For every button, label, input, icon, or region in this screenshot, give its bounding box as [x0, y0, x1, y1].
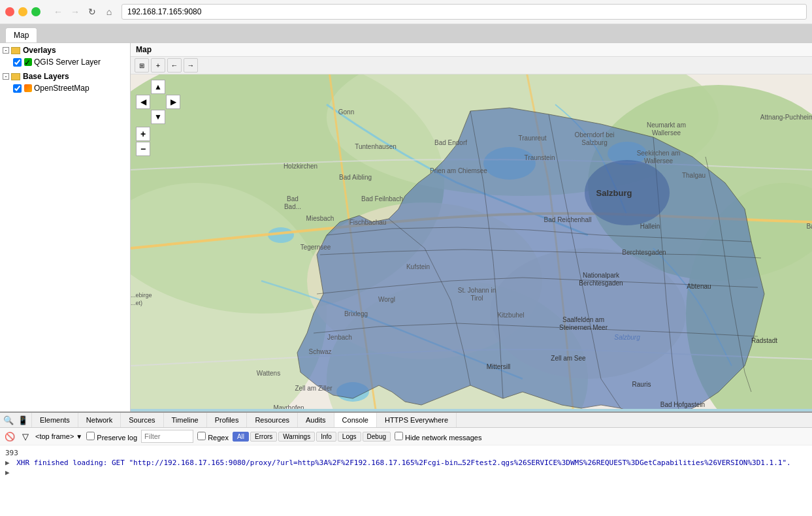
forward-button[interactable]: →	[68, 5, 82, 19]
svg-text:Bad...: Bad...	[284, 203, 301, 210]
main-content: - Overlays ✓ QGIS Server Layer - Base La…	[0, 43, 812, 411]
qgis-layer-label: QGIS Server Layer	[34, 57, 101, 67]
svg-text:Kitzbuhel: Kitzbuhel	[497, 312, 524, 319]
svg-text:Seekirchen am: Seekirchen am	[637, 150, 681, 157]
tab-profiles[interactable]: Profiles	[207, 413, 248, 427]
overlays-group[interactable]: - Overlays	[0, 44, 130, 56]
svg-text:...et): ...et)	[131, 300, 142, 306]
minimize-button[interactable]	[18, 7, 27, 16]
add-tool-button[interactable]: +	[151, 58, 165, 73]
svg-text:Salzburg: Salzburg	[581, 139, 607, 146]
svg-text:Tirol: Tirol	[470, 295, 483, 302]
clear-console-button[interactable]: 🚫	[4, 430, 16, 442]
filter-toggle-button[interactable]: ▽	[20, 430, 31, 442]
base-layers-group[interactable]: - Base Layers	[0, 71, 130, 82]
svg-text:Nationalpark: Nationalpark	[583, 272, 620, 279]
osm-icon	[24, 84, 32, 92]
inspect-element-button[interactable]: 📱	[17, 414, 29, 426]
svg-text:Berchtesgaden: Berchtesgaden	[579, 280, 623, 287]
filter-logs-button[interactable]: Logs	[338, 432, 361, 442]
zoom-out-button[interactable]: −	[136, 142, 150, 156]
pan-down-button[interactable]: ▼	[151, 110, 165, 124]
tab-network[interactable]: Network	[78, 413, 121, 427]
svg-text:Salzburg: Salzburg	[614, 334, 640, 341]
tab-console[interactable]: Console	[334, 413, 377, 428]
tab-timeline[interactable]: Timeline	[164, 413, 207, 427]
search-devtools-button[interactable]: 🔍	[3, 414, 14, 426]
base-folder-icon	[11, 73, 20, 80]
svg-text:Schwaz: Schwaz	[308, 348, 331, 355]
log-line-xhr: ▶ XHR finished loading: GET "http://192.…	[5, 458, 807, 468]
filter-info-button[interactable]: Info	[316, 432, 336, 442]
home-button[interactable]: ⌂	[102, 5, 116, 19]
browser-chrome: ← → ↻ ⌂ Map	[0, 0, 812, 43]
map-container[interactable]: Salzburg Gonn Tuntenhausen Holzkirchen B…	[131, 74, 812, 409]
grid-tool-button[interactable]: ⊞	[135, 58, 149, 73]
log-expand-arrow-2[interactable]: ▶	[5, 468, 10, 477]
log-expand-arrow[interactable]: ▶	[5, 459, 10, 467]
svg-text:Bad Ischl: Bad Ischl	[806, 223, 812, 230]
back-button[interactable]: ←	[51, 5, 65, 19]
tab-audits[interactable]: Audits	[298, 413, 334, 427]
tab-https-everywhere[interactable]: HTTPS Everywhere	[377, 413, 457, 427]
svg-text:Brixlegg: Brixlegg	[344, 310, 368, 317]
svg-text:Steinernen Meer: Steinernen Meer	[559, 324, 608, 331]
frame-label: <top frame>	[35, 432, 74, 440]
map-header: Map	[131, 43, 812, 57]
tab-sources[interactable]: Sources	[121, 413, 163, 427]
map-nav-controls: ▲ ◀ ▶ ▼ + −	[136, 80, 180, 156]
svg-text:Miesbach: Miesbach	[306, 215, 334, 222]
svg-text:Saalfelden am: Saalfelden am	[562, 316, 604, 323]
filter-debug-button[interactable]: Debug	[363, 432, 391, 442]
base-expand-icon: -	[3, 73, 9, 80]
browser-tab[interactable]: Map	[5, 27, 37, 42]
log-line-empty: ▶	[5, 468, 807, 477]
pan-up-button[interactable]: ▲	[151, 80, 165, 94]
pan-right-button[interactable]: ▶	[166, 95, 180, 109]
hide-network-checkbox[interactable]	[395, 432, 403, 440]
svg-text:Zell am Ziller: Zell am Ziller	[295, 385, 333, 392]
devtools-tabs: 🔍 📱 Elements Network Sources Timeline Pr…	[0, 413, 812, 428]
svg-text:Berchtesgaden: Berchtesgaden	[622, 249, 666, 256]
maximize-button[interactable]	[31, 7, 41, 16]
regex-checkbox[interactable]	[197, 432, 206, 440]
devtools-panel: 🔍 📱 Elements Network Sources Timeline Pr…	[0, 411, 812, 516]
pan-left-button[interactable]: ◀	[136, 95, 150, 109]
window-controls	[5, 7, 41, 16]
folder-icon	[11, 47, 20, 54]
frame-dropdown[interactable]: ▼	[76, 433, 82, 440]
svg-text:Radstadt: Radstadt	[751, 337, 777, 344]
svg-text:Bad Reichenhall: Bad Reichenhall	[544, 216, 592, 223]
address-bar[interactable]	[122, 4, 807, 20]
svg-text:Rauris: Rauris	[632, 381, 651, 388]
zoom-in-button[interactable]: +	[136, 127, 150, 141]
nav-forward-button[interactable]: →	[184, 58, 198, 73]
tab-elements[interactable]: Elements	[32, 413, 78, 427]
devtools-content: 393 ▶ XHR finished loading: GET "http://…	[0, 445, 812, 516]
tab-resources[interactable]: Resources	[247, 413, 298, 427]
map-area: Map ⊞ + ← →	[131, 43, 812, 411]
osm-layer-item[interactable]: OpenStreetMap	[0, 82, 130, 94]
svg-text:Bad Endorf: Bad Endorf	[434, 139, 467, 146]
reload-button[interactable]: ↻	[85, 5, 99, 19]
xhr-url-link[interactable]: "http://192.168.17.165:9080/proxy/?url=h…	[129, 459, 790, 467]
qgis-layer-item[interactable]: ✓ QGIS Server Layer	[0, 56, 130, 68]
svg-text:Wattens: Wattens	[257, 370, 280, 377]
svg-text:Neumarkt am: Neumarkt am	[647, 121, 686, 129]
filter-warnings-button[interactable]: Warnings	[278, 432, 315, 442]
osm-checkbox[interactable]	[13, 84, 22, 93]
svg-text:Fischbachau: Fischbachau	[349, 219, 387, 226]
devtools-toolbar: 🚫 ▽ <top frame> ▼ Preserve log Regex All…	[0, 428, 812, 445]
console-filter-input[interactable]	[141, 430, 193, 443]
svg-text:Oberndorf bei: Oberndorf bei	[574, 131, 614, 138]
qgis-layer-checkbox[interactable]	[13, 58, 22, 67]
close-button[interactable]	[5, 7, 14, 16]
preserve-log-checkbox[interactable]	[86, 432, 95, 440]
filter-errors-button[interactable]: Errors	[250, 432, 277, 442]
nav-back-button[interactable]: ←	[167, 58, 182, 73]
hide-network-label: Hide network messages	[395, 432, 481, 442]
svg-text:Thalgau: Thalgau	[682, 172, 706, 179]
preserve-log-label: Preserve log	[86, 432, 137, 442]
filter-all-button[interactable]: All	[233, 432, 249, 442]
layer-panel: - Overlays ✓ QGIS Server Layer - Base La…	[0, 43, 131, 411]
